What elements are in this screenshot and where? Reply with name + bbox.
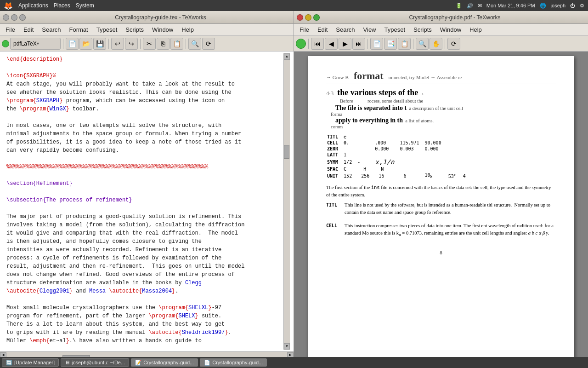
editor-content[interactable]: \end{description} \icon{SXGRAPH}% At eac… (0, 52, 294, 351)
pdf-pan-btn[interactable]: ✋ (430, 38, 442, 50)
terminal-icon: 🖥 (65, 360, 70, 365)
pdf-first-page-btn[interactable]: ⏮ (311, 38, 324, 50)
applications-menu[interactable]: Applications (18, 2, 48, 9)
code-line-19: structure determination are available in… (6, 279, 281, 287)
right-close-btn[interactable] (297, 14, 303, 21)
code-line-23: There is a lot to learn about this syste… (6, 320, 281, 328)
cut-button[interactable]: ✂ (143, 38, 156, 50)
menu-edit[interactable]: Edit (20, 25, 37, 34)
pdf-menu-window[interactable]: Window (436, 25, 465, 34)
pdf-compile-btn[interactable] (296, 39, 306, 49)
system-menu[interactable]: System (76, 2, 94, 9)
pdf-zoom-btn[interactable]: 🔍 (416, 38, 429, 50)
network-icon: 🌐 (540, 3, 546, 9)
right-panel: Crystallography-guide.pdf - TeXworks Fil… (294, 11, 588, 368)
section-num: 4·3 (326, 90, 334, 97)
right-maximize-btn[interactable] (313, 14, 320, 21)
pdf-menu-edit[interactable]: Edit (314, 25, 331, 34)
pdf-menu-scripts[interactable]: Scripts (410, 25, 435, 34)
undo-button[interactable]: ↩ (111, 38, 124, 50)
menu-typeset[interactable]: Typeset (93, 25, 121, 34)
code-line-16: process: a cycle of refinements is follo… (6, 254, 281, 262)
pdf-menu-search[interactable]: Search (332, 25, 358, 34)
taskbar-update-manager[interactable]: 🔄 [Update Manager] (2, 358, 59, 367)
pdf-section-43: 4·3 the various steps of the › Before ro… (326, 88, 556, 129)
editor-scrollbar[interactable]: ▲ ▼ (283, 53, 290, 350)
code-line-18: does not change when refined. Good overv… (6, 270, 281, 279)
open-button[interactable]: 📂 (79, 38, 92, 50)
menu-help[interactable]: Help (178, 25, 198, 34)
code-line-20: \autocite{Clegg2001} and Messa \autocite… (6, 287, 281, 295)
titl-description: This line is not used by the software, b… (345, 201, 556, 216)
left-minimize-btn[interactable] (11, 14, 17, 21)
pdf-sep-2 (368, 39, 368, 49)
copy-button[interactable]: ⎘ (157, 38, 170, 50)
table-row-latt: LATT 1 (326, 152, 470, 158)
pdf-next-page-btn[interactable]: ▶ (339, 38, 351, 50)
code-line-icon: \icon{SXGRAPH}% (6, 72, 281, 80)
username: joseph (551, 3, 565, 8)
table-row-titl: TITL e (326, 134, 470, 140)
taskbar-tex-file[interactable]: 📝 Crystallography-guid... (131, 358, 198, 367)
pdf-view1-btn[interactable]: 📄 (370, 38, 383, 50)
pdf-label: Crystallography-guid... (212, 360, 263, 365)
compile-button[interactable] (2, 40, 9, 47)
scroll-up-btn[interactable]: ▲ (284, 53, 290, 60)
menu-window[interactable]: Window (148, 25, 177, 34)
find-button[interactable]: 🔍 (188, 38, 201, 50)
pdf-menu-typeset[interactable]: Typeset (381, 25, 409, 34)
system-bar-right: 🔋 🔊 ✉ Mon Mar 21, 9:46 PM 🌐 joseph ⏻ ⚙ (456, 3, 584, 9)
menu-scripts[interactable]: Scripts (122, 25, 147, 34)
pdf-body-1: The first section of the ins file is con… (326, 184, 556, 199)
code-line-13: it would give and comparing that with th… (6, 229, 281, 237)
scroll-thumb[interactable] (284, 145, 289, 159)
pdf-menu-file[interactable]: File (296, 25, 313, 34)
left-maximize-btn[interactable] (19, 14, 26, 21)
code-line-subsection: \subsection{The process of refinement} (6, 196, 281, 204)
editor-scroll[interactable]: \end{description} \icon{SXGRAPH}% At eac… (4, 53, 283, 350)
new-button[interactable]: 📄 (66, 38, 79, 50)
code-line-7: In most cases, one or two attempts will … (6, 121, 281, 130)
redo-button[interactable]: ↪ (125, 38, 138, 50)
terminal-label: joseph@ubuntu: ~/De... (72, 360, 125, 365)
table-row-zerr: ZERR 0.000 0.003 0.000 (326, 146, 470, 152)
places-menu[interactable]: Places (54, 2, 70, 9)
pdf-menu-view[interactable]: View (360, 25, 380, 34)
menu-file[interactable]: File (2, 25, 19, 34)
taskbar-terminal[interactable]: 🖥 joseph@ubuntu: ~/De... (61, 358, 129, 367)
save-button[interactable]: 💾 (93, 38, 106, 50)
pdf-prev-page-btn[interactable]: ◀ (325, 38, 338, 50)
engine-dropdown[interactable]: pdfLaTeX ▾ (10, 38, 61, 50)
section-title-2: The file is separated into t a descripti… (335, 104, 556, 112)
code-line-11: The major part of producing a good-quali… (6, 213, 281, 221)
pdf-menu-help[interactable]: Help (466, 25, 486, 34)
pdf-view3-btn[interactable]: 📋 (398, 38, 411, 50)
menu-search-left[interactable]: Search (38, 25, 64, 34)
code-line-15: intensities as were actually recorded. R… (6, 246, 281, 254)
engine-label: pdfLaTeX (13, 40, 37, 47)
toolbar-sep-2 (108, 39, 109, 49)
toolbar-sep-4 (186, 39, 186, 49)
code-line-blank3 (6, 155, 281, 163)
right-minimize-btn[interactable] (305, 14, 311, 21)
code-line-22: program for refinement, part of the larg… (6, 312, 281, 320)
pdf-last-page-btn[interactable]: ⏭ (352, 38, 365, 50)
left-close-btn[interactable] (3, 14, 9, 21)
code-line-blank5 (6, 188, 281, 196)
code-line-blank1 (6, 63, 281, 72)
pdf-sync-btn[interactable]: ⟳ (447, 38, 460, 50)
taskbar-pdf-file[interactable]: 📄 Crystallography-guid... (200, 358, 267, 367)
pdf-header-partial: → Grow B format onnected, try Model → As… (326, 70, 556, 84)
taskbar: 🔄 [Update Manager] 🖥 joseph@ubuntu: ~/De… (0, 357, 588, 368)
left-panel: Crystallography-guide.tex - TeXworks Fil… (0, 11, 294, 368)
pdf-content[interactable]: → Grow B format onnected, try Model → As… (294, 52, 588, 358)
main-area: Crystallography-guide.tex - TeXworks Fil… (0, 11, 588, 368)
firefox-icon: 🦊 (4, 1, 13, 10)
paste-button[interactable]: 📋 (170, 38, 183, 50)
table-row-unit: UNIT 152 256 16 6 108 53c 4 (326, 172, 470, 179)
scroll-down-btn[interactable]: ▼ (284, 343, 290, 350)
sync-button[interactable]: ⟳ (202, 38, 215, 50)
code-line-25: Müller \emph{et~al}.\ have also written … (6, 337, 281, 345)
pdf-view2-btn[interactable]: 📑 (384, 38, 397, 50)
menu-format[interactable]: Format (66, 25, 92, 34)
